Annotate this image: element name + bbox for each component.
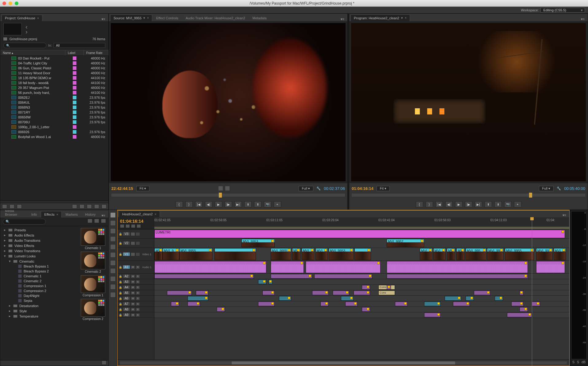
track-id[interactable]: A3: [123, 280, 130, 283]
fx-item[interactable]: ▸Video Effects: [0, 243, 78, 248]
fx-item[interactable]: ▸Desaturation: [0, 303, 78, 308]
mute-button[interactable]: M: [131, 314, 135, 317]
audio-clip[interactable]: [154, 274, 254, 279]
video-clip[interactable]: MVI_995: [302, 248, 314, 260]
source-view[interactable]: [111, 23, 346, 181]
audio-mixer-tab[interactable]: Audio Track Mixer: HeatHouse2_clean2: [182, 15, 249, 21]
program-scrubber[interactable]: [352, 194, 585, 197]
bin-list[interactable]: 03 Dan Rockett - Put 48000 Hz04-Traffic …: [0, 56, 108, 200]
video-clip[interactable]: MV: [292, 248, 300, 260]
fx-badge-1-icon[interactable]: [87, 219, 92, 223]
track-id[interactable]: V3: [123, 232, 130, 236]
audio-clip[interactable]: [474, 291, 490, 295]
disclosure-arrow[interactable]: ▸: [3, 249, 6, 253]
lock-icon[interactable]: 🔒: [119, 253, 122, 256]
track-id[interactable]: A4: [123, 286, 130, 289]
audio-clip[interactable]: [188, 302, 200, 306]
audio-clip[interactable]: [387, 285, 391, 290]
tab-markers[interactable]: Markers: [62, 211, 81, 218]
bin-row[interactable]: 0064UL 23.976 fps: [0, 100, 108, 105]
bin-hscroll[interactable]: [0, 200, 108, 203]
panel-menu-icon[interactable]: ▾≡: [579, 17, 586, 21]
settings-icon[interactable]: 🔧: [557, 187, 561, 191]
audio-clip[interactable]: [314, 274, 372, 279]
video-clip[interactable]: MV: [447, 248, 455, 260]
settings-icon[interactable]: [137, 224, 141, 228]
audio-clip[interactable]: [279, 296, 292, 301]
fx-item[interactable]: Day4Night: [0, 293, 78, 298]
video-clip[interactable]: MVI_995: [315, 248, 328, 260]
mute-button[interactable]: M: [131, 302, 135, 306]
ripple-edit-tool[interactable]: [110, 228, 116, 234]
audio-clip[interactable]: [507, 313, 532, 317]
mute-button[interactable]: M: [131, 280, 135, 283]
solo-button[interactable]: S: [136, 275, 140, 278]
effects-tree[interactable]: ▸Presets▸Audio Effects▸Audio Transitions…: [0, 226, 78, 360]
fx-item[interactable]: ▸Video Transitions: [0, 248, 78, 253]
fx-badge-3-icon[interactable]: [101, 219, 106, 223]
label-swatch[interactable]: [73, 71, 76, 75]
bin-row[interactable]: 03 Dan Rockett - Put 48000 Hz: [0, 56, 108, 61]
marker-icon[interactable]: [131, 224, 135, 228]
close-icon[interactable]: ×: [405, 16, 407, 20]
label-swatch[interactable]: [73, 106, 76, 109]
track-id[interactable]: A2: [123, 275, 130, 278]
step-back-button[interactable]: ◀|: [445, 201, 453, 207]
disclosure-arrow[interactable]: ▸: [8, 304, 11, 308]
go-to-out-button[interactable]: ▶|: [234, 201, 242, 207]
overwrite-button[interactable]: ⬆: [254, 201, 261, 207]
label-swatch[interactable]: [73, 130, 76, 134]
workspace-selector[interactable]: Editing (CS5.5): [540, 8, 585, 13]
project-tab[interactable]: Project: GrindHouse×: [2, 15, 42, 21]
fx-item[interactable]: Bleach Bypass 1: [0, 264, 78, 269]
effects-search-input[interactable]: 🔍: [3, 219, 46, 225]
lift-button[interactable]: ⬆: [485, 201, 492, 207]
audio-clip[interactable]: [269, 279, 273, 284]
audio-clip[interactable]: [520, 291, 524, 295]
label-swatch[interactable]: [73, 125, 76, 129]
close-icon[interactable]: ×: [56, 213, 58, 216]
solo-r[interactable]: S: [577, 360, 579, 364]
audio-clip[interactable]: [520, 307, 528, 312]
label-swatch[interactable]: [73, 86, 76, 90]
label-swatch[interactable]: [73, 135, 76, 139]
video-clip[interactable]: MVI_9: [420, 248, 432, 260]
mark-in-button[interactable]: {: [176, 201, 183, 207]
audio-clip[interactable]: [387, 274, 528, 279]
panel-menu-icon[interactable]: ▾≡: [339, 17, 346, 21]
audio-track-header[interactable]: 🔒A7MS: [118, 301, 154, 307]
source-timecode-in[interactable]: 22:42:44:15: [111, 186, 133, 191]
safe-margins-icon[interactable]: [219, 186, 223, 191]
zoom-tool[interactable]: [110, 292, 116, 298]
track-id[interactable]: A9: [123, 313, 130, 317]
fx-badge-2-icon[interactable]: [94, 219, 99, 223]
audio-clip[interactable]: [188, 296, 208, 301]
audio-track-header[interactable]: 🔒A4MS: [118, 285, 154, 290]
audio-clip[interactable]: [362, 285, 370, 290]
lock-icon[interactable]: 🔒: [119, 297, 122, 300]
tab-media-browser[interactable]: Media Browser: [2, 210, 27, 218]
close-icon[interactable]: ×: [147, 16, 149, 20]
auto-match-icon[interactable]: [72, 204, 77, 209]
bin-row[interactable]: 1080p_2.00-1_Letter: [0, 125, 108, 129]
track-id[interactable]: A5: [123, 291, 130, 295]
fx-item[interactable]: Cinematic 2: [0, 279, 78, 283]
track-id[interactable]: V1: [123, 252, 130, 256]
bin-row[interactable]: 04-Traffic Light City 48000 Hz: [0, 61, 108, 66]
constant-power-clip[interactable]: Cons: [378, 291, 395, 295]
label-swatch[interactable]: [73, 76, 76, 80]
fx-item[interactable]: Compression 1: [0, 283, 78, 288]
audio-track-header[interactable]: 🔒A9MS: [118, 312, 154, 318]
track-area[interactable]: LUMETRIMVI_9953MVI_9952MVMVI_9MVI_9955MV…: [154, 229, 569, 360]
source-resolution-select[interactable]: Full: [299, 186, 314, 191]
fx-item[interactable]: ▸Temperature: [0, 314, 78, 319]
bin-row[interactable]: 11 Heavy Wood Door 48000 Hz: [0, 71, 108, 75]
lock-icon[interactable]: 🔒: [119, 266, 122, 269]
track-id[interactable]: V2: [123, 241, 130, 245]
bin-row[interactable]: Bodyfall on Wood 1.ai 48000 Hz: [0, 134, 108, 139]
overlay-icon[interactable]: [225, 186, 230, 191]
audio-clip[interactable]: [424, 313, 441, 317]
col-framerate[interactable]: Frame Rate: [84, 50, 108, 56]
next-item-icon[interactable]: ›: [25, 30, 28, 33]
close-icon[interactable]: ×: [37, 17, 39, 20]
